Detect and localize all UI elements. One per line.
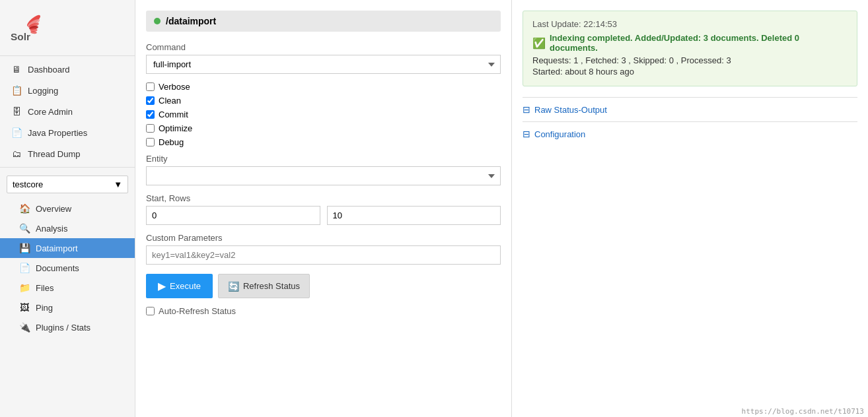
dashboard-icon: 🖥 [11, 63, 22, 75]
sidebar-item-label: Dashboard [28, 65, 70, 75]
command-group: Command full-import delta-import status … [146, 42, 501, 74]
status-started: Started: about 8 hours ago [532, 67, 848, 77]
entity-group: Entity [146, 154, 501, 185]
url-bar: https://blog.csdn.net/t10713 [738, 406, 868, 417]
solr-logo-icon: Solr [11, 9, 48, 46]
configuration-toggle[interactable]: ⊟ Configuration [523, 129, 857, 139]
status-requests: Requests: 1 , Fetched: 3 , Skipped: 0 , … [532, 55, 848, 65]
files-icon: 📁 [18, 282, 30, 294]
raw-status-section: ⊟ Raw Status-Output [523, 97, 857, 121]
sidebar: Solr 🖥 Dashboard 📋 Logging 🗄 Core Admin … [0, 0, 135, 417]
optimize-checkbox[interactable] [146, 124, 155, 133]
thread-dump-icon: 🗂 [11, 148, 22, 160]
core-nav-item-documents[interactable]: 📄 Documents [0, 258, 135, 278]
clean-checkbox[interactable] [146, 96, 155, 105]
refresh-status-button[interactable]: 🔄 Refresh Status [218, 274, 310, 298]
debug-label: Debug [159, 137, 184, 147]
refresh-icon: 🔄 [228, 281, 239, 292]
command-select[interactable]: full-import delta-import status reload-c… [146, 55, 501, 74]
configuration-label: Configuration [534, 129, 585, 139]
core-nav-label: Analysis [36, 224, 67, 234]
status-box: Last Update: 22:14:53 ✅ Indexing complet… [523, 11, 857, 86]
overview-icon: 🏠 [18, 203, 30, 214]
start-rows-group: Start, Rows [146, 193, 501, 225]
core-nav-label: Files [36, 283, 54, 293]
handler-path: /dataimport [166, 16, 216, 26]
core-nav-label: Ping [36, 303, 53, 313]
sidebar-item-thread-dump[interactable]: 🗂 Thread Dump [0, 143, 135, 164]
handler-bar: /dataimport [146, 11, 501, 32]
refresh-button-label: Refresh Status [243, 281, 300, 291]
status-success-message: ✅ Indexing completed. Added/Updated: 3 d… [532, 33, 848, 53]
core-selector-label: testcore [13, 179, 43, 189]
checkbox-debug: Debug [146, 137, 501, 147]
entity-select[interactable] [146, 166, 501, 185]
core-nav-label: Dataimport [36, 243, 78, 253]
execute-button-label: Execute [170, 281, 201, 291]
verbose-checkbox[interactable] [146, 82, 155, 91]
start-input[interactable] [146, 206, 320, 225]
analysis-icon: 🔍 [18, 222, 30, 234]
checkbox-verbose: Verbose [146, 82, 501, 92]
ping-icon: 🖼 [18, 302, 30, 313]
execute-icon: ▶ [158, 280, 166, 292]
execute-button[interactable]: ▶ Execute [146, 274, 213, 298]
core-admin-icon: 🗄 [11, 106, 22, 117]
configuration-section: ⊟ Configuration [523, 121, 857, 146]
left-panel: /dataimport Command full-import delta-im… [135, 0, 512, 417]
checkbox-clean: Clean [146, 96, 501, 106]
core-selector-area: testcore ▼ [0, 170, 135, 199]
entity-label: Entity [146, 154, 501, 164]
right-panel: Last Update: 22:14:53 ✅ Indexing complet… [512, 0, 868, 417]
raw-status-toggle[interactable]: ⊟ Raw Status-Output [523, 104, 857, 115]
checkbox-optimize: Optimize [146, 123, 501, 133]
action-buttons: ▶ Execute 🔄 Refresh Status [146, 274, 501, 298]
core-nav-item-analysis[interactable]: 🔍 Analysis [0, 218, 135, 238]
core-nav-item-ping[interactable]: 🖼 Ping [0, 298, 135, 317]
raw-status-label: Raw Status-Output [534, 105, 607, 115]
verbose-label: Verbose [159, 82, 190, 92]
content-area: /dataimport Command full-import delta-im… [135, 0, 868, 417]
dataimport-icon: 💾 [18, 242, 30, 254]
sidebar-item-core-admin[interactable]: 🗄 Core Admin [0, 101, 135, 122]
rows-input[interactable] [327, 206, 501, 225]
collapse-icon-2: ⊟ [523, 129, 530, 139]
debug-checkbox[interactable] [146, 138, 155, 146]
sidebar-item-label: Thread Dump [28, 149, 80, 159]
optimize-label: Optimize [159, 123, 192, 133]
auto-refresh-checkbox[interactable] [146, 307, 155, 315]
success-icon: ✅ [532, 37, 546, 49]
auto-refresh-label: Auto-Refresh Status [159, 306, 236, 316]
sidebar-item-label: Core Admin [28, 107, 73, 117]
core-nav-label: Plugins / Stats [36, 323, 90, 333]
status-timestamp: Last Update: 22:14:53 [532, 19, 848, 29]
status-dot [154, 18, 161, 24]
core-nav-item-files[interactable]: 📁 Files [0, 278, 135, 298]
plugins-stats-icon: 🔌 [18, 321, 30, 333]
sidebar-item-java-properties[interactable]: 📄 Java Properties [0, 122, 135, 143]
clean-label: Clean [159, 96, 181, 106]
documents-icon: 📄 [18, 262, 30, 274]
core-nav-label: Overview [36, 204, 71, 214]
commit-checkbox[interactable] [146, 110, 155, 119]
custom-params-label: Custom Parameters [146, 233, 501, 243]
start-rows-inputs [146, 206, 501, 225]
chevron-down-icon: ▼ [114, 179, 122, 189]
core-nav-item-dataimport[interactable]: 💾 Dataimport [0, 238, 135, 258]
collapse-icon: ⊟ [523, 104, 530, 115]
sidebar-item-dashboard[interactable]: 🖥 Dashboard [0, 59, 135, 80]
sidebar-item-label: Java Properties [28, 128, 87, 138]
commit-label: Commit [159, 110, 188, 119]
java-properties-icon: 📄 [11, 127, 22, 139]
custom-params-group: Custom Parameters [146, 233, 501, 265]
main-content: /dataimport Command full-import delta-im… [135, 0, 868, 417]
command-label: Command [146, 42, 501, 52]
core-nav-item-overview[interactable]: 🏠 Overview [0, 199, 135, 218]
custom-params-input[interactable] [146, 245, 501, 265]
sidebar-item-logging[interactable]: 📋 Logging [0, 80, 135, 101]
core-nav-item-plugins-stats[interactable]: 🔌 Plugins / Stats [0, 317, 135, 337]
core-selector[interactable]: testcore ▼ [7, 176, 128, 193]
svg-text:Solr: Solr [11, 31, 30, 42]
checkbox-commit: Commit [146, 110, 501, 119]
auto-refresh-area: Auto-Refresh Status [146, 306, 501, 316]
